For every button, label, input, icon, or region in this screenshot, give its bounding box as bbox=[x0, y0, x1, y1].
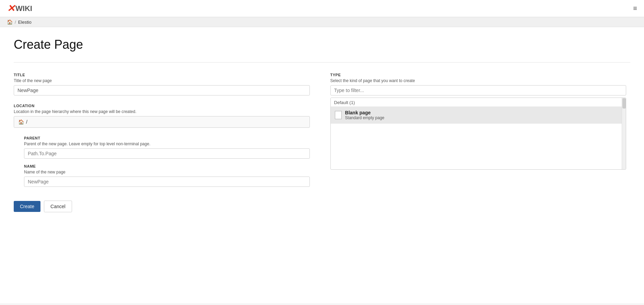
type-item-info: Blank page Standard empty page bbox=[345, 110, 385, 120]
parent-hint: Parent of the new page. Leave empty for … bbox=[24, 142, 310, 146]
location-field-group: LOCATION Location in the page hierarchy … bbox=[14, 104, 310, 128]
title-field-group: TITLE Title of the new page bbox=[14, 73, 310, 95]
form-layout: TITLE Title of the new page LOCATION Loc… bbox=[14, 73, 630, 187]
breadcrumb-separator: / bbox=[15, 20, 16, 25]
hamburger-menu-icon[interactable]: ≡ bbox=[633, 4, 637, 12]
logo[interactable]: ✕ WIKI bbox=[7, 3, 32, 14]
logo-x-icon: ✕ bbox=[7, 3, 15, 14]
type-item-description: Standard empty page bbox=[345, 115, 385, 120]
type-label: TYPE bbox=[330, 73, 627, 77]
location-slash: / bbox=[26, 119, 27, 125]
type-hint: Select the kind of page that you want to… bbox=[330, 78, 627, 83]
right-column: TYPE Select the kind of page that you wa… bbox=[330, 73, 627, 187]
title-label: TITLE bbox=[14, 73, 310, 77]
location-home-icon: 🏠 bbox=[18, 119, 24, 125]
name-label: NAME bbox=[24, 164, 310, 168]
parent-label: PARENT bbox=[24, 136, 310, 140]
type-group-label: Default (1) bbox=[331, 98, 626, 106]
name-field-group: NAME Name of the new page bbox=[24, 164, 310, 187]
name-hint: Name of the new page bbox=[24, 170, 310, 174]
type-item-blank-page[interactable]: Blank page Standard empty page bbox=[331, 106, 626, 124]
title-hint: Title of the new page bbox=[14, 78, 310, 83]
logo-wiki-text: WIKI bbox=[15, 4, 32, 13]
location-label: LOCATION bbox=[14, 104, 310, 108]
header: ✕ WIKI ≡ bbox=[0, 0, 644, 17]
cancel-button[interactable]: Cancel bbox=[44, 201, 72, 212]
name-input[interactable] bbox=[24, 177, 310, 187]
type-filter-input[interactable] bbox=[330, 85, 627, 95]
location-hint: Location in the page hierarchy where thi… bbox=[14, 109, 310, 114]
page-title: Create Page bbox=[14, 37, 630, 52]
main-content: Create Page TITLE Title of the new page … bbox=[0, 27, 644, 303]
parent-input[interactable] bbox=[24, 148, 310, 159]
parent-field-group: PARENT Parent of the new page. Leave emp… bbox=[24, 136, 310, 159]
breadcrumb-home-icon[interactable]: 🏠 bbox=[7, 19, 13, 25]
scrollbar-thumb bbox=[622, 98, 626, 109]
type-field-group: TYPE Select the kind of page that you wa… bbox=[330, 73, 627, 170]
blank-page-icon bbox=[335, 111, 342, 119]
location-box: 🏠 / bbox=[14, 116, 310, 128]
breadcrumb-current-page: Elestio bbox=[18, 20, 32, 25]
type-list-scrollbar[interactable] bbox=[622, 98, 626, 169]
breadcrumb: 🏠 / Elestio bbox=[0, 17, 644, 27]
type-list-container: Default (1) Blank page Standard empty pa… bbox=[330, 98, 627, 170]
divider bbox=[14, 62, 630, 63]
create-button[interactable]: Create bbox=[14, 201, 40, 212]
title-input[interactable] bbox=[14, 85, 310, 95]
type-item-name: Blank page bbox=[345, 110, 385, 115]
form-actions: Create Cancel bbox=[14, 201, 630, 212]
left-column: TITLE Title of the new page LOCATION Loc… bbox=[14, 73, 310, 187]
